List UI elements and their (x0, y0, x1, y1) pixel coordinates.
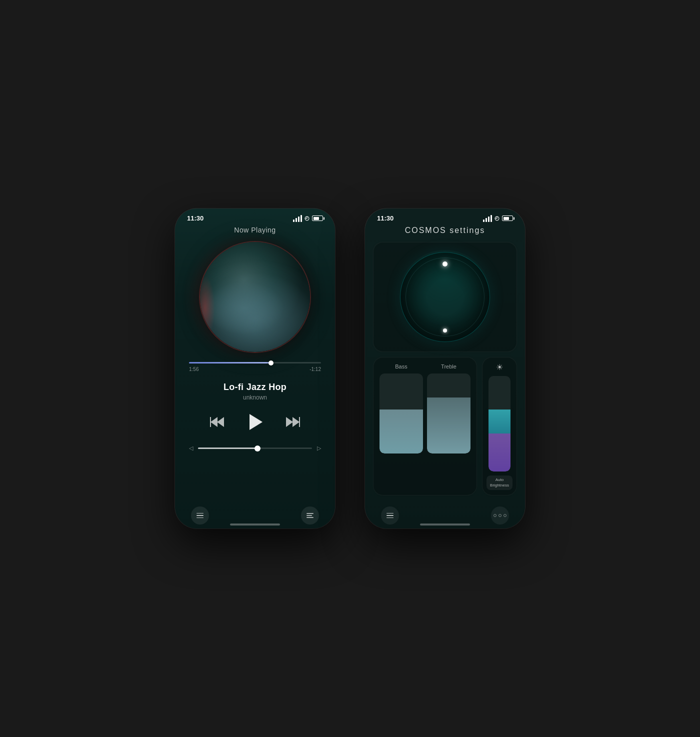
brightness-fill-top (488, 410, 510, 434)
forward-button[interactable] (286, 417, 300, 427)
signal-bar-c2 (486, 218, 487, 222)
wifi-icon: ◴ (304, 215, 310, 222)
status-bar-music: 11:30 ◴ (175, 208, 335, 224)
auto-brightness-label: AutoBrightness (486, 476, 512, 490)
progress-thumb (268, 360, 274, 366)
time-remaining: -1:12 (310, 366, 321, 372)
cosmos-settings-phone: 11:30 ◴ COSMOS settings (365, 208, 525, 528)
playback-controls (175, 409, 335, 435)
volume-fill (198, 448, 260, 449)
eq-section: Bass Treble (373, 357, 477, 496)
signal-bar-4 (300, 215, 302, 222)
battery-icon (312, 216, 323, 221)
rewind-icon (210, 417, 224, 427)
volume-thumb (254, 446, 260, 452)
signal-bar-c4 (490, 215, 492, 222)
signal-bar-2 (296, 218, 297, 222)
progress-bar[interactable] (189, 362, 321, 364)
track-name: Lo-fi Jazz Hop (175, 382, 335, 392)
track-info: Lo-fi Jazz Hop unknown (175, 382, 335, 401)
layer-line-2 (306, 515, 312, 516)
cosmos-dot-1 (494, 514, 496, 517)
treble-slider[interactable] (427, 374, 470, 454)
layer-line-3 (306, 517, 314, 518)
forward-triangle-1 (286, 417, 293, 427)
hamburger-line-2 (196, 515, 204, 516)
home-indicator-music (230, 524, 280, 526)
wifi-icon-cosmos: ◴ (494, 215, 500, 222)
eq-sliders (380, 374, 470, 454)
status-time-cosmos: 11:30 (377, 214, 394, 222)
battery-fill-cosmos (504, 217, 510, 220)
controls-row: Bass Treble ☀ (373, 357, 517, 496)
album-art-circle (200, 242, 310, 352)
cosmos-dots-button[interactable] (491, 506, 509, 524)
brightness-section: ☀ AutoBrightness (482, 357, 517, 496)
cosmos-orb[interactable] (400, 252, 490, 342)
eq-labels: Bass Treble (380, 364, 470, 370)
cosmos-title: COSMOS settings (365, 226, 525, 235)
cosmos-dot-3 (504, 514, 506, 517)
hamburger-icon (196, 513, 204, 518)
signal-bar-c3 (488, 216, 490, 222)
play-button[interactable] (242, 409, 268, 435)
signal-bar-c1 (483, 220, 484, 222)
status-icons-cosmos: ◴ (483, 215, 513, 222)
layers-icon (306, 513, 314, 518)
layer-line-1 (306, 513, 314, 514)
auto-brightness-text: AutoBrightness (490, 478, 509, 487)
cosmos-hamburger-icon (386, 513, 394, 518)
treble-label: Treble (427, 364, 470, 370)
progress-section: 1:56 -1:12 (175, 352, 335, 376)
signal-icon-cosmos (483, 215, 492, 222)
brightness-slider[interactable] (488, 376, 510, 472)
orb-dot-top (442, 262, 448, 266)
home-indicator-cosmos (420, 524, 470, 526)
progress-fill (189, 362, 271, 364)
bass-fill (380, 410, 423, 454)
status-bar-cosmos: 11:30 ◴ (365, 208, 525, 224)
orb-container (373, 242, 517, 352)
layers-button[interactable] (301, 506, 319, 524)
cosmos-menu-button[interactable] (381, 506, 399, 524)
signal-bar-1 (293, 220, 294, 222)
play-icon (250, 414, 262, 430)
battery-icon-cosmos (502, 216, 513, 221)
rewind-triangle-2 (217, 417, 224, 427)
time-current: 1:56 (189, 366, 198, 372)
rewind-triangle-1 (210, 417, 218, 427)
album-water (200, 242, 310, 352)
volume-high-icon: ▷ (317, 445, 321, 452)
sun-icon: ☀ (496, 362, 503, 372)
cosmos-ham-line-1 (386, 513, 394, 514)
music-player-screen: 11:30 ◴ Now Playing (175, 208, 335, 528)
hamburger-line-1 (196, 513, 204, 514)
status-time-music: 11:30 (187, 214, 204, 222)
signal-icon (293, 215, 302, 222)
cosmos-ham-line-3 (386, 518, 394, 518)
music-player-phone: 11:30 ◴ Now Playing (175, 208, 335, 528)
orb-dot-bottom (443, 328, 447, 332)
volume-low-icon: ◁ (189, 445, 193, 452)
forward-line (299, 417, 300, 427)
forward-icon (286, 417, 300, 427)
battery-fill (314, 217, 320, 220)
signal-bar-3 (298, 216, 300, 222)
cosmos-dots-icon (494, 514, 506, 517)
album-art (200, 242, 310, 352)
bass-slider[interactable] (380, 374, 423, 454)
phones-container: 11:30 ◴ Now Playing (175, 208, 525, 528)
forward-triangle-2 (292, 417, 300, 427)
orb-inner-ring (406, 258, 484, 336)
bass-label: Bass (380, 364, 423, 370)
volume-section: ◁ ▷ (175, 445, 335, 452)
track-artist: unknown (175, 394, 335, 401)
rewind-button[interactable] (210, 417, 224, 427)
now-playing-label: Now Playing (175, 226, 335, 234)
menu-button[interactable] (191, 506, 209, 524)
cosmos-dot-2 (498, 514, 502, 517)
treble-fill (427, 398, 470, 454)
volume-bar[interactable] (198, 448, 312, 449)
hamburger-line-3 (196, 518, 204, 518)
status-icons-music: ◴ (293, 215, 323, 222)
